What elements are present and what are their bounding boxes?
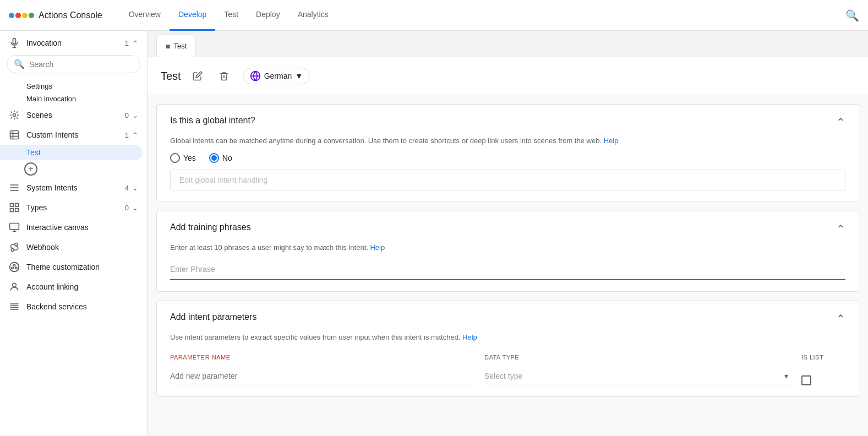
google-logo: [9, 13, 34, 18]
sidebar-main-invocation[interactable]: Main invocation: [0, 92, 147, 105]
chevron-up-icon: ⌃: [132, 131, 138, 139]
param-name-input[interactable]: [170, 367, 476, 385]
radio-no[interactable]: No: [209, 153, 232, 163]
phrase-input[interactable]: [170, 259, 845, 280]
sidebar: Invocation 1 ⌃ 🔍 Settings Main invocatio…: [0, 31, 148, 436]
search-input[interactable]: [29, 60, 133, 69]
sidebar-add-intent[interactable]: +: [0, 160, 147, 178]
training-phrases-desc: Enter at least 10 phrases a user might s…: [170, 242, 845, 253]
param-inputs: Select type: [170, 363, 845, 385]
logo-area: Actions Console: [9, 10, 102, 20]
nav-deploy[interactable]: Deploy: [247, 0, 289, 31]
dot-blue: [9, 13, 14, 18]
search-icon[interactable]: 🔍: [845, 9, 859, 22]
nav-test[interactable]: Test: [215, 0, 247, 31]
svg-point-23: [15, 267, 17, 269]
training-phrases-section: Add training phrases ⌃ Enter at least 10…: [156, 211, 859, 292]
svg-point-24: [13, 283, 17, 287]
dot-green: [29, 13, 34, 18]
main-content: ■ Test Test German: [148, 31, 868, 436]
types-icon: [9, 202, 20, 213]
sidebar-item-scenes[interactable]: Scenes 0 ⌄: [0, 105, 147, 125]
interactive-canvas-label: Interactive canvas: [26, 223, 89, 232]
sidebar-item-system-intents[interactable]: System Intents 4 ⌄: [0, 178, 147, 198]
tab-icon: ■: [166, 42, 170, 51]
types-label: Types: [26, 203, 47, 212]
global-intent-title: Is this a global intent?: [170, 116, 255, 126]
scenes-icon: [9, 110, 20, 121]
language-dropdown-icon: ▼: [295, 72, 303, 80]
system-intents-icon: [9, 182, 20, 193]
system-intents-label: System Intents: [26, 183, 78, 192]
dot-red: [15, 13, 21, 18]
intent-title-bar: Test German ▼: [148, 57, 868, 95]
global-intent-section: Is this a global intent? ⌃ Global intent…: [156, 104, 859, 202]
sidebar-item-invocation[interactable]: Invocation 1 ⌃: [0, 31, 147, 51]
search-icon: 🔍: [14, 59, 25, 69]
invocation-count: 1: [125, 39, 129, 47]
intent-params-desc: Use intent parameters to extract specifi…: [170, 332, 845, 343]
custom-intents-count: 1: [125, 131, 129, 139]
types-count: 0: [125, 204, 129, 212]
account-linking-label: Account linking: [26, 282, 78, 291]
scenes-count: 0: [125, 111, 129, 119]
collapse-params[interactable]: ⌃: [836, 312, 845, 325]
top-nav: Actions Console Overview Develop Test De…: [0, 0, 868, 31]
edit-intent-button[interactable]: [188, 66, 208, 86]
collapse-global-intent[interactable]: ⌃: [836, 116, 845, 129]
delete-intent-button[interactable]: [214, 66, 234, 86]
language-label: German: [264, 72, 292, 80]
sidebar-item-types[interactable]: Types 0 ⌄: [0, 198, 147, 217]
delete-icon: [219, 71, 229, 81]
add-icon[interactable]: +: [24, 162, 37, 176]
microphone-icon: [9, 37, 20, 48]
sidebar-item-test[interactable]: Test: [0, 145, 143, 160]
chevron-up-icon: ⌃: [132, 39, 138, 47]
backend-services-icon: [9, 301, 20, 312]
svg-point-3: [13, 114, 16, 117]
sidebar-settings: Settings: [0, 78, 147, 92]
collapse-training[interactable]: ⌃: [836, 222, 845, 236]
webhook-icon: [9, 242, 20, 253]
nav-links: Overview Develop Test Deploy Analytics: [120, 0, 845, 31]
sidebar-item-webhook[interactable]: Webhook: [0, 237, 147, 257]
nav-overview[interactable]: Overview: [120, 0, 170, 31]
backend-services-label: Backend services: [26, 302, 87, 311]
training-phrases-title: Add training phrases: [170, 222, 251, 232]
training-help[interactable]: Help: [370, 243, 385, 252]
tab-test[interactable]: ■ Test: [156, 35, 196, 57]
edit-icon: [193, 71, 203, 81]
param-name-label: Parameter name: [170, 354, 476, 361]
custom-intents-label: Custom Intents: [26, 130, 78, 139]
global-intent-desc: Global intents can be matched anytime du…: [170, 135, 845, 146]
search-box[interactable]: 🔍: [7, 55, 140, 73]
chevron-down-icon: ⌄: [132, 204, 138, 212]
language-selector[interactable]: German ▼: [243, 68, 310, 84]
webhook-label: Webhook: [26, 243, 59, 252]
nav-develop[interactable]: Develop: [170, 0, 215, 31]
type-select[interactable]: Select type: [484, 367, 793, 385]
svg-point-21: [13, 264, 15, 266]
tab-label: Test: [173, 42, 187, 50]
svg-rect-12: [15, 204, 19, 207]
global-intent-help[interactable]: Help: [604, 137, 619, 145]
sidebar-item-custom-intents[interactable]: Custom Intents 1 ⌃: [0, 125, 147, 145]
is-list-checkbox[interactable]: [801, 375, 811, 385]
svg-rect-4: [10, 131, 19, 139]
params-help[interactable]: Help: [462, 333, 477, 341]
sidebar-item-theme[interactable]: Theme customization: [0, 257, 147, 277]
chevron-down-icon: ⌄: [132, 111, 138, 119]
sidebar-item-backend-services[interactable]: Backend services: [0, 297, 147, 317]
sidebar-item-account-linking[interactable]: Account linking: [0, 277, 147, 297]
theme-icon: [9, 261, 20, 272]
chevron-down-icon: ⌄: [132, 184, 138, 192]
intent-params-title: Add intent parameters: [170, 312, 256, 322]
sidebar-item-interactive-canvas[interactable]: Interactive canvas: [0, 217, 147, 237]
radio-yes[interactable]: Yes: [170, 153, 196, 163]
global-intent-placeholder[interactable]: Edit global intent handling: [170, 170, 845, 190]
svg-point-19: [15, 243, 18, 246]
svg-rect-14: [15, 209, 19, 212]
svg-point-18: [11, 249, 14, 252]
invocation-label: Invocation: [26, 39, 62, 47]
nav-analytics[interactable]: Analytics: [289, 0, 337, 31]
